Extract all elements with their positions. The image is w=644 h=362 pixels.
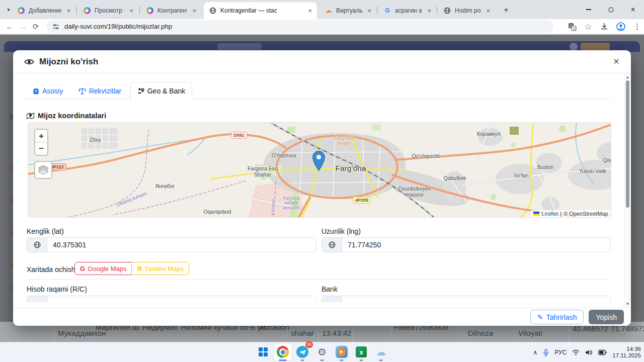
lat-input[interactable] xyxy=(47,238,316,252)
yandex-maps-button[interactable]: Я Yandex Maps xyxy=(131,262,189,275)
speaker-icon[interactable] xyxy=(585,349,593,355)
map-label: Farg'ona xalqaro aeroporti xyxy=(278,196,305,210)
browser-menu-icon[interactable]: ⋮ xyxy=(633,22,641,31)
tab-dobavlenie-sdelki[interactable]: Добавление сделки ✕ xyxy=(12,2,75,19)
lng-input[interactable] xyxy=(342,238,610,252)
taskbar-media-player[interactable]: ▶ xyxy=(333,343,351,360)
maximize-button[interactable] xyxy=(600,0,622,19)
bg-cell: Viloyati xyxy=(518,329,542,337)
tab-virtualnaya-ats[interactable]: ☁ Виртуальная АТС ✕ xyxy=(319,2,376,19)
dimmed-header-avatar xyxy=(570,43,578,51)
tab-close-icon[interactable]: ✕ xyxy=(65,7,72,15)
tab-rekvizitlar[interactable]: Rekvizitlar xyxy=(72,82,128,100)
clipboard-icon xyxy=(33,87,39,95)
yandex-ya-icon: Я xyxy=(137,265,141,273)
translate-icon[interactable]: G文 xyxy=(568,23,577,31)
minimize-button[interactable] xyxy=(578,0,600,19)
taskbar-excel[interactable]: x xyxy=(352,343,370,360)
back-icon[interactable]: ← xyxy=(3,22,16,31)
leaflet-map[interactable]: Zilxa O'rtashura Farg'ona shahri Farg'on… xyxy=(28,122,611,218)
divider xyxy=(27,279,611,280)
tab-asragin[interactable]: G асрагин асрагин - G ✕ xyxy=(378,2,436,19)
map-label: Fargona Eko Shahar xyxy=(242,166,283,177)
chrome-icon xyxy=(277,346,289,358)
tab-kontragentlar-active[interactable]: Kontragentlar — stac ✕ xyxy=(204,2,317,19)
taskbar-settings[interactable]: ⚙ xyxy=(313,343,331,360)
tab-asosiy[interactable]: Asosiy xyxy=(26,82,69,100)
system-tray: ∧ РУС 14:36 17.11.2025 xyxy=(533,342,641,362)
window-close-button[interactable]: ✕ xyxy=(622,0,644,19)
globe-icon xyxy=(322,238,342,252)
tab-hodim-portali[interactable]: Hodim portali ✕ xyxy=(438,2,495,19)
taskbar-telegram[interactable]: 95 xyxy=(293,343,311,360)
scroll-down-icon[interactable]: ▼ xyxy=(624,302,631,306)
excel-icon: x xyxy=(356,346,367,357)
tab-label: Rekvizitlar xyxy=(89,87,122,95)
downloads-icon[interactable] xyxy=(600,23,608,31)
zoom-out-button[interactable]: − xyxy=(35,142,47,155)
tab-close-icon[interactable]: ✕ xyxy=(128,7,135,15)
wifi-icon[interactable] xyxy=(572,349,580,355)
url-bar[interactable]: daily-suvi.com/19l/public/mijozlar.php xyxy=(46,20,553,33)
window-controls: ✕ xyxy=(578,0,644,19)
browser-window: ▾ Добавление сделки ✕ Просмотр сделки - … xyxy=(0,0,644,362)
tab-close-icon[interactable]: ✕ xyxy=(366,7,373,15)
tray-chevron-icon[interactable]: ∧ xyxy=(533,349,537,356)
map-marker-icon[interactable] xyxy=(312,151,325,171)
tab-geo-bank[interactable]: Geo & Bank xyxy=(130,82,193,100)
tab-close-icon[interactable]: ✕ xyxy=(191,7,198,15)
language-indicator[interactable]: РУС xyxy=(554,349,567,356)
road-badge: 4P205 xyxy=(353,197,371,204)
layers-icon xyxy=(38,165,49,175)
bank-input[interactable] xyxy=(342,296,610,302)
google-g-icon: G xyxy=(80,265,85,273)
pencil-icon: ✎ xyxy=(537,313,543,321)
scroll-up-icon[interactable]: ▲ xyxy=(624,75,631,79)
modal-close-icon[interactable]: ✕ xyxy=(611,56,622,67)
account-input[interactable] xyxy=(47,296,316,302)
taskbar-cloud[interactable]: ☁ xyxy=(372,343,390,360)
reload-icon[interactable]: ⟳ xyxy=(29,22,42,31)
close-button[interactable]: Yopish xyxy=(589,310,624,324)
map-label: Oqariqobod xyxy=(204,209,231,215)
clock[interactable]: 14:36 17.11.2025 xyxy=(612,346,641,359)
dimmed-header-button xyxy=(217,43,262,50)
cloud-favicon-icon: ☁ xyxy=(325,7,333,15)
tab-label: асрагин асрагин - G xyxy=(395,7,422,14)
leaflet-link[interactable]: Leaflet xyxy=(541,211,558,217)
tab-label: Hodim portali xyxy=(455,7,481,14)
eye-icon xyxy=(24,58,34,65)
tab-label: Kontragentlar — stac xyxy=(220,7,303,14)
yandex-maps-label: Yandex Maps xyxy=(144,265,184,273)
map-label: Yukori-Valik xyxy=(579,168,607,174)
bookmark-star-icon[interactable]: ☆ xyxy=(585,22,592,32)
tab-close-icon[interactable]: ✕ xyxy=(426,7,433,15)
map-layers-button[interactable] xyxy=(34,161,52,179)
google-maps-button[interactable]: G Google Maps xyxy=(74,262,132,275)
lat-label: Kenglik (lat) xyxy=(27,227,64,235)
scrollbar-thumb[interactable] xyxy=(626,80,629,208)
site-info-icon[interactable] xyxy=(52,23,59,30)
tab-kontragenty[interactable]: Контрагенты - Smart ✕ xyxy=(141,2,201,19)
battery-icon[interactable] xyxy=(598,349,607,355)
microphone-icon[interactable] xyxy=(543,349,549,356)
new-tab-button[interactable]: + xyxy=(500,4,512,16)
windows-taskbar: 95 ⚙ ▶ x ☁ ∧ РУС xyxy=(0,342,644,362)
taskbar-chrome[interactable] xyxy=(274,343,292,360)
tab-close-icon[interactable]: ✕ xyxy=(306,7,314,15)
tab-label: Контрагенты - Smart xyxy=(157,7,187,14)
modal-footer: ✎ Tahrirlash Yopish xyxy=(13,308,631,326)
telegram-icon xyxy=(296,346,308,358)
account-label: Hisob raqami (R/C) xyxy=(27,285,87,293)
tab-close-icon[interactable]: ✕ xyxy=(485,7,492,15)
profile-avatar-icon[interactable] xyxy=(616,22,625,31)
osm-link[interactable]: © OpenStreetMap xyxy=(564,211,608,217)
zoom-in-button[interactable]: + xyxy=(35,130,47,142)
tab-prosmotr-sdelki[interactable]: Просмотр сделки - S ✕ xyxy=(78,2,138,19)
start-button[interactable] xyxy=(254,343,272,360)
edit-button[interactable]: ✎ Tahrirlash xyxy=(530,310,584,324)
modal-scrollbar[interactable]: ▲ ▼ xyxy=(624,73,631,308)
url-text: daily-suvi.com/19l/public/mijozlar.php xyxy=(64,23,172,30)
lng-input-group xyxy=(321,237,611,252)
forward-icon[interactable]: → xyxy=(16,22,29,31)
